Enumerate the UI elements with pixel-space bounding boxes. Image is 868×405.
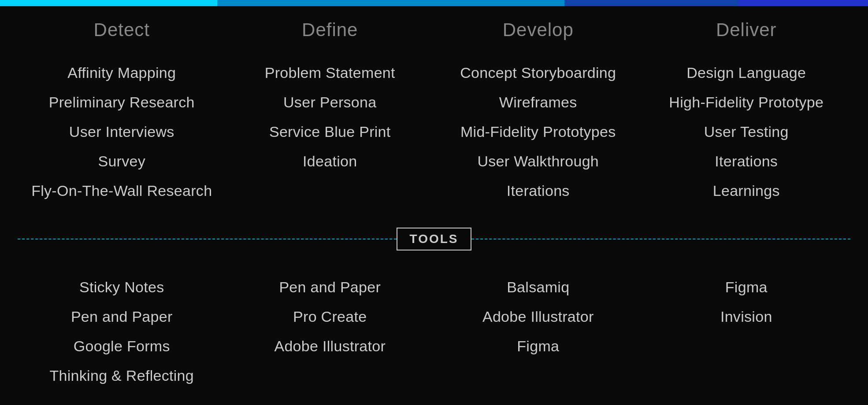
methods-grid: Affinity Mapping Problem Statement Conce… — [18, 58, 850, 206]
method-develop-2: Mid-Fidelity Prototypes — [434, 117, 642, 147]
method-define-1: User Persona — [226, 88, 434, 117]
phase-define-title: Define — [226, 19, 434, 40]
tool-detect-2: Google Forms — [18, 331, 226, 361]
progress-detect — [0, 0, 217, 6]
tool-develop-2: Figma — [434, 331, 642, 361]
method-detect-4: Fly-On-The-Wall Research — [18, 176, 226, 206]
method-develop-3: User Walkthrough — [434, 147, 642, 176]
method-deliver-0: Design Language — [642, 58, 851, 88]
tool-deliver-0: Figma — [642, 272, 851, 302]
method-define-0: Problem Statement — [226, 58, 434, 88]
method-detect-0: Affinity Mapping — [18, 58, 226, 88]
tool-detect-0: Sticky Notes — [18, 272, 226, 302]
tool-deliver-empty-2 — [642, 331, 851, 361]
method-detect-1: Preliminary Research — [18, 88, 226, 117]
tool-develop-0: Balsamiq — [434, 272, 642, 302]
method-deliver-1: High-Fidelity Prototype — [642, 88, 851, 117]
tools-divider: TOOLS — [18, 228, 850, 250]
tool-develop-1: Adobe Illustrator — [434, 302, 642, 331]
progress-define — [217, 0, 564, 6]
tool-develop-empty-3 — [434, 361, 642, 390]
progress-deliver — [738, 0, 868, 6]
tools-line-right — [471, 239, 850, 239]
method-define-2: Service Blue Print — [226, 117, 434, 147]
main-content: Detect Define Develop Deliver Affinity M… — [0, 6, 868, 405]
phase-deliver-title: Deliver — [642, 19, 851, 40]
tool-define-2: Adobe Illustrator — [226, 331, 434, 361]
method-develop-1: Wireframes — [434, 88, 642, 117]
tool-define-1: Pro Create — [226, 302, 434, 331]
tools-line-left — [18, 239, 397, 239]
phases-header: Detect Define Develop Deliver — [18, 19, 850, 40]
method-detect-3: Survey — [18, 147, 226, 176]
tools-grid: Sticky Notes Pen and Paper Balsamiq Figm… — [18, 272, 850, 390]
progress-develop — [564, 0, 738, 6]
method-detect-2: User Interviews — [18, 117, 226, 147]
method-deliver-4: Learnings — [642, 176, 851, 206]
tool-deliver-empty-3 — [642, 361, 851, 390]
phase-develop-title: Develop — [434, 19, 642, 40]
method-develop-4: Iterations — [434, 176, 642, 206]
method-define-3: Ideation — [226, 147, 434, 176]
tool-define-empty-3 — [226, 361, 434, 390]
method-deliver-2: User Testing — [642, 117, 851, 147]
method-deliver-3: Iterations — [642, 147, 851, 176]
progress-bar — [0, 0, 868, 6]
tool-detect-1: Pen and Paper — [18, 302, 226, 331]
tools-label: TOOLS — [397, 228, 472, 250]
method-define-empty — [226, 176, 434, 206]
tool-define-0: Pen and Paper — [226, 272, 434, 302]
tool-detect-3: Thinking & Reflecting — [18, 361, 226, 390]
phase-detect-title: Detect — [18, 19, 226, 40]
tool-deliver-1: Invision — [642, 302, 851, 331]
method-develop-0: Concept Storyboarding — [434, 58, 642, 88]
